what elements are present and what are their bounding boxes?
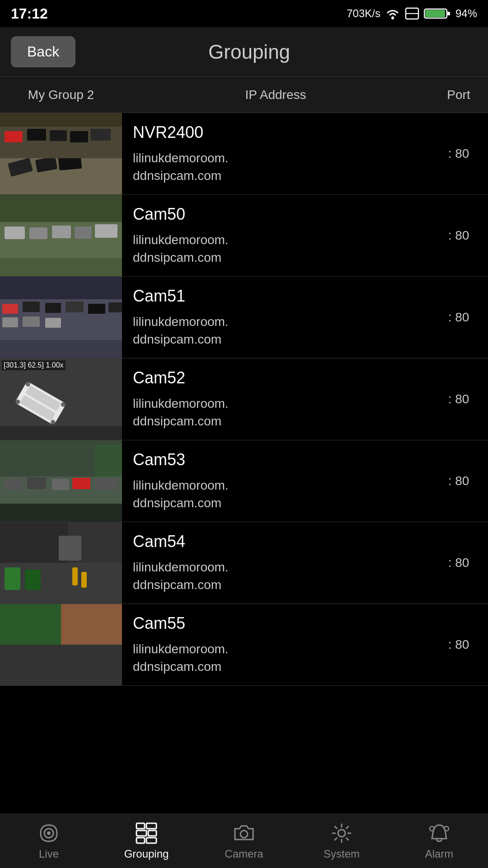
nav-item-grouping[interactable]: Grouping (98, 814, 195, 868)
camera-name: NVR2400 (133, 123, 418, 142)
camera-info: Cam55lilinukdemoroom. ddnsipcam.com (122, 605, 429, 684)
camera-thumbnail: [301.3] 62.5] 1.00x (0, 359, 122, 440)
camera-row[interactable]: [301.3] 62.5] 1.00xCam52lilinukdemoroom.… (0, 359, 488, 440)
svg-rect-39 (45, 318, 61, 328)
battery-icon (424, 7, 451, 20)
camera-port: : 80 (429, 228, 488, 243)
svg-point-81 (240, 830, 248, 838)
svg-rect-4 (447, 12, 450, 15)
svg-rect-19 (0, 195, 122, 222)
svg-rect-38 (23, 316, 40, 327)
camera-name: Cam52 (133, 368, 418, 387)
nav-label-live: Live (39, 848, 59, 860)
camera-name: Cam50 (133, 205, 418, 224)
nav-label-alarm: Alarm (425, 848, 454, 860)
camera-address: lilinukdemoroom. ddnsipcam.com (133, 395, 418, 430)
svg-rect-71 (61, 604, 122, 645)
camera-info: Cam50lilinukdemoroom. ddnsipcam.com (122, 196, 429, 275)
camera-info: Cam54lilinukdemoroom. ddnsipcam.com (122, 523, 429, 603)
svg-point-0 (391, 17, 394, 19)
svg-rect-28 (0, 277, 122, 299)
camera-row[interactable]: Cam51lilinukdemoroom. ddnsipcam.com: 80 (0, 277, 488, 359)
svg-rect-67 (5, 567, 20, 590)
col-group-header: My Group 2 (0, 88, 122, 102)
nav-item-camera[interactable]: Camera (195, 814, 293, 868)
camera-name: Cam54 (133, 532, 418, 551)
svg-rect-55 (27, 477, 46, 489)
camera-row[interactable]: Cam53lilinukdemoroom. ddnsipcam.com: 80 (0, 440, 488, 522)
camera-thumbnail (0, 113, 122, 194)
camera-thumbnail (0, 522, 122, 604)
svg-rect-33 (45, 303, 61, 313)
svg-rect-72 (0, 645, 122, 685)
status-right: 703K/s 94% (347, 7, 477, 20)
camera-info: Cam51lilinukdemoroom. ddnsipcam.com (122, 278, 429, 357)
camera-port: : 80 (429, 310, 488, 325)
network-speed: 703K/s (347, 7, 380, 20)
col-port-header: Port (429, 88, 488, 102)
svg-rect-12 (5, 131, 23, 142)
camera-port: : 80 (429, 392, 488, 406)
nav-item-alarm[interactable]: Alarm (390, 814, 488, 868)
svg-rect-65 (81, 572, 87, 588)
camera-address: lilinukdemoroom. ddnsipcam.com (133, 640, 418, 675)
status-bar: 17:12 703K/s 94% (0, 0, 488, 27)
svg-rect-53 (0, 504, 122, 522)
camera-icon (233, 822, 255, 844)
alarm-icon (428, 822, 450, 844)
svg-rect-34 (66, 302, 84, 312)
svg-rect-70 (0, 604, 61, 645)
svg-rect-37 (2, 317, 18, 327)
camera-row[interactable]: NVR2400lilinukdemoroom. ddnsipcam.com: 8… (0, 113, 488, 195)
svg-rect-49 (0, 426, 122, 440)
camera-thumbnail (0, 195, 122, 276)
svg-rect-56 (52, 479, 69, 490)
svg-rect-16 (90, 129, 111, 141)
svg-rect-22 (5, 226, 25, 239)
camera-port: : 80 (429, 556, 488, 570)
svg-rect-76 (146, 823, 156, 829)
svg-rect-30 (0, 340, 122, 358)
svg-rect-21 (0, 258, 122, 276)
nav-label-system: System (324, 848, 360, 860)
camera-name: Cam51 (133, 287, 418, 306)
col-ip-header: IP Address (122, 88, 429, 102)
camera-row[interactable]: Cam55lilinukdemoroom. ddnsipcam.com: 80 (0, 604, 488, 686)
svg-rect-68 (25, 570, 41, 590)
camera-port: : 80 (429, 637, 488, 652)
camera-name: Cam55 (133, 614, 418, 633)
svg-rect-59 (95, 445, 122, 476)
camera-address: lilinukdemoroom. ddnsipcam.com (133, 231, 418, 266)
system-icon (331, 822, 352, 844)
battery-percent: 94% (455, 7, 477, 20)
svg-rect-23 (29, 227, 47, 239)
camera-thumbnail (0, 604, 122, 685)
svg-rect-58 (95, 479, 117, 490)
svg-rect-26 (95, 224, 117, 238)
svg-rect-66 (59, 536, 81, 561)
camera-port: : 80 (429, 146, 488, 161)
svg-rect-75 (136, 823, 145, 829)
nav-item-system[interactable]: System (293, 814, 390, 868)
bottom-nav: Live Grouping Camera System (0, 814, 488, 868)
svg-point-74 (47, 831, 51, 835)
svg-rect-14 (50, 130, 67, 141)
header: Back Grouping (0, 27, 488, 77)
camera-port: : 80 (429, 474, 488, 488)
svg-rect-35 (88, 304, 105, 314)
camera-thumbnail (0, 440, 122, 522)
back-button[interactable]: Back (11, 36, 75, 67)
camera-info: NVR2400lilinukdemoroom. ddnsipcam.com (122, 114, 429, 193)
live-icon (38, 822, 60, 844)
svg-rect-77 (136, 830, 146, 836)
wifi-icon (385, 7, 400, 20)
nav-item-live[interactable]: Live (0, 814, 98, 868)
svg-rect-5 (425, 10, 445, 17)
camera-row[interactable]: Cam54lilinukdemoroom. ddnsipcam.com: 80 (0, 522, 488, 604)
svg-rect-32 (23, 302, 40, 312)
camera-address: lilinukdemoroom. ddnsipcam.com (133, 476, 418, 512)
camera-row[interactable]: Cam50lilinukdemoroom. ddnsipcam.com: 80 (0, 195, 488, 277)
svg-rect-79 (136, 838, 145, 843)
camera-info: Cam53lilinukdemoroom. ddnsipcam.com (122, 441, 429, 521)
camera-info: Cam52lilinukdemoroom. ddnsipcam.com (122, 359, 429, 439)
